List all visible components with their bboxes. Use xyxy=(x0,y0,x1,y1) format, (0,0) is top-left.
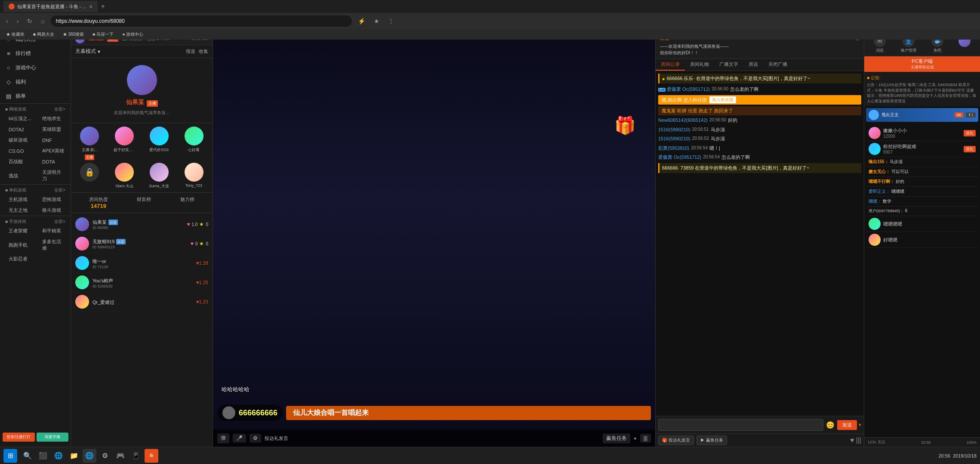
wealth-stat[interactable]: 财富榜 xyxy=(137,196,151,209)
share-task-button[interactable]: ▶ 赢鱼任务 xyxy=(696,436,727,445)
sidebar-rank[interactable]: ≡ 排行榜 xyxy=(0,46,71,61)
chat-input[interactable] xyxy=(658,419,823,431)
game-tanks[interactable]: 百战舰 xyxy=(2,156,35,167)
game-fighting[interactable]: 格斗游戏 xyxy=(35,205,69,216)
mode-bar: 天幕模式 ▾ 报道 收集 xyxy=(71,45,213,58)
game-fire[interactable]: 火影忍者 xyxy=(2,254,35,264)
favorites-button[interactable]: ★ xyxy=(371,17,382,25)
rank-user-avatar-1 xyxy=(869,127,881,139)
bookmark-2[interactable]: ■ 网易大全 xyxy=(31,31,57,38)
volume-icon[interactable]: ||| xyxy=(856,436,861,444)
follow-item-5[interactable]: Stars·大山 xyxy=(108,163,141,189)
follow-item-3[interactable]: 爱代价SSS xyxy=(143,127,176,160)
barrage-area: 哈哈哈哈哈 xyxy=(222,386,655,395)
bookmark-4[interactable]: ♣ 马深一下 xyxy=(90,31,116,38)
mail-app[interactable]: 🌐 xyxy=(83,449,96,463)
game-paopao[interactable]: 跑跑手机 xyxy=(2,236,35,254)
collect-button[interactable]: 收集 xyxy=(199,48,208,55)
quality-btn[interactable]: ||| xyxy=(640,434,651,442)
game-multi[interactable]: 多多生活难 xyxy=(35,236,69,254)
send-button[interactable]: 发送 xyxy=(837,420,857,430)
gift-user-avatar xyxy=(222,406,235,419)
search-taskbar[interactable]: 🔍 xyxy=(21,449,34,463)
game-lol[interactable]: lol云顶之... xyxy=(2,113,35,124)
ad-banner[interactable]: PC客户端 主播帮助在线 xyxy=(864,56,980,72)
follow-avatar-4 xyxy=(185,127,203,145)
tab-broadcast[interactable]: 广播文字 xyxy=(714,59,743,71)
follow-item-7[interactable]: Tony_723 xyxy=(178,163,210,189)
refresh-button[interactable]: ↻ xyxy=(25,17,35,25)
follow-item-1[interactable]: 主播·刷... 主播 xyxy=(74,127,106,160)
star-icon-1: ★ xyxy=(199,221,204,227)
gift-popup-bar: 仙儿大娘合唱一首唱起来 xyxy=(286,406,651,420)
join-fandom-btn[interactable]: 加入粉丝团 xyxy=(709,96,736,103)
sidebar-game-center[interactable]: ○ 游戏中心 xyxy=(0,61,71,75)
settings-app[interactable]: ⚙ xyxy=(98,449,112,463)
rank-avatar-5 xyxy=(75,295,89,309)
game-tianming[interactable]: 天涯明月刀 xyxy=(35,167,69,184)
send-dropdown[interactable]: ▾ xyxy=(859,422,861,428)
gift-panel-btn[interactable]: 赢鱼任务 xyxy=(603,433,630,443)
game-app[interactable]: 🎮 xyxy=(114,449,127,463)
new-tab-button[interactable]: + xyxy=(98,3,108,10)
douyu-app[interactable]: 斗 xyxy=(145,449,158,463)
follow-item-4[interactable]: 心好看 xyxy=(178,127,210,160)
game-dnf2[interactable]: DNF xyxy=(35,135,69,145)
address-bar[interactable]: https://www.douyu.com/68080 xyxy=(51,15,352,27)
settings-btn[interactable]: ⚙ xyxy=(250,434,261,442)
game-pubg[interactable]: 绝地求生 xyxy=(35,113,69,124)
tab-room-say[interactable]: 房说 xyxy=(743,59,763,71)
follow-item-6[interactable]: Suma_大连 xyxy=(143,163,176,189)
emoji-button[interactable]: 😊 xyxy=(826,421,835,429)
section-all[interactable]: 全部> xyxy=(54,106,65,112)
game-apex[interactable]: APEX英雄 xyxy=(35,145,69,156)
bookmark-1[interactable]: ★ 收藏夹 xyxy=(3,31,27,38)
bookmark-5[interactable]: ● 游戏中心 xyxy=(120,31,146,38)
sidebar-extension[interactable]: ▤ 插单 xyxy=(0,89,71,103)
game-dota2[interactable]: DOTA2 xyxy=(2,124,35,135)
gift-button[interactable]: 🎁 投达礼发言 xyxy=(658,436,694,445)
forward-button[interactable]: › xyxy=(14,17,22,25)
game-wzry[interactable]: 王者荣耀 xyxy=(2,226,35,236)
chat-text-2: 好的 xyxy=(728,117,737,124)
sidebar-welfare[interactable]: ◇ 福利 xyxy=(0,75,71,89)
tab-room-public[interactable]: 房间公屏 xyxy=(656,59,685,71)
follow-item-2[interactable]: 超子好笑微微 xyxy=(108,127,141,160)
login-button[interactable]: 登录/注册打打 xyxy=(3,433,35,442)
tab-close-broadcast[interactable]: 关闭广播 xyxy=(763,59,792,71)
game-dnf[interactable]: 破坏游戏 xyxy=(2,135,35,145)
tab-close-button[interactable]: ✕ xyxy=(89,4,92,9)
single-all[interactable]: 全部> xyxy=(54,187,65,193)
follow-item-locked[interactable]: 🔒 xyxy=(74,163,106,189)
game-dota3[interactable]: DOTA xyxy=(35,156,69,167)
start-stream-button[interactable]: 我要开播 xyxy=(37,433,69,442)
game-lol2[interactable]: 英雄联盟 xyxy=(35,124,69,135)
bookmark-3[interactable]: ★ 360搜索 xyxy=(60,31,86,38)
extensions-button[interactable]: ⚡ xyxy=(355,17,368,25)
game-borderlands[interactable]: 无主之地 xyxy=(2,205,35,216)
gift-heart-icon[interactable]: ♥ xyxy=(850,436,854,444)
phone-app[interactable]: 📱 xyxy=(129,449,143,463)
start-button[interactable]: ⊞ xyxy=(3,449,17,463)
mobile-all[interactable]: 全部> xyxy=(54,219,65,225)
game-horror[interactable]: 恐怖游戏 xyxy=(35,194,69,205)
game-escape[interactable]: 逃战 xyxy=(2,167,35,184)
share-button[interactable]: 报道 xyxy=(186,48,195,55)
active-tab[interactable]: 仙果某音千超鱼超直播 - 斗鱼 - ... ✕ xyxy=(3,1,98,12)
back-button[interactable]: ‹ xyxy=(3,17,11,25)
mic-btn[interactable]: 🎤 xyxy=(233,434,246,442)
task-view[interactable]: ⬛ xyxy=(36,449,50,463)
tab-room-gifts[interactable]: 房间礼物 xyxy=(685,59,714,71)
menu-button[interactable]: ⋮ xyxy=(385,17,397,25)
game-peace[interactable]: 和平精英 xyxy=(35,226,69,236)
charm-stat[interactable]: 魅力榜 xyxy=(180,196,194,209)
file-explorer[interactable]: 📁 xyxy=(67,449,81,463)
barrage-toggle[interactable]: 弹 xyxy=(217,433,229,443)
rank-info-1: 仙果某 认证 ID 85080 xyxy=(92,219,183,230)
game-console[interactable]: 主机游戏 xyxy=(2,194,35,205)
home-button[interactable]: ⌂ xyxy=(38,17,47,25)
mode-dropdown[interactable]: 天幕模式 ▾ xyxy=(75,48,100,55)
edge-browser[interactable]: 🌐 xyxy=(52,449,65,463)
rank-badge-2: 送礼 xyxy=(964,146,976,152)
game-csgo[interactable]: CS:GO xyxy=(2,145,35,156)
